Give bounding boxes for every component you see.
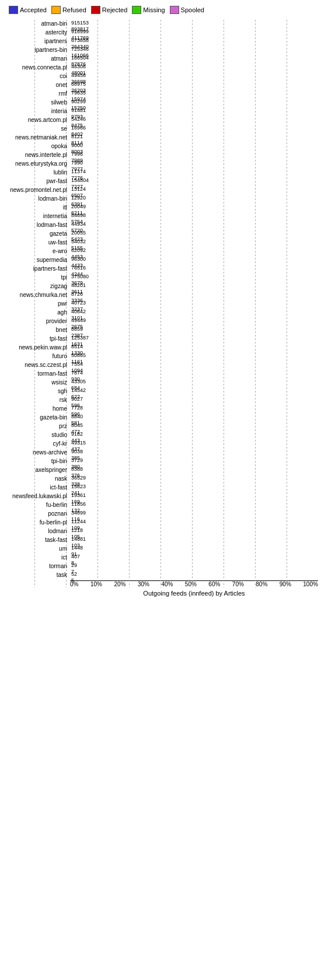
table-row: prz8045472 (70, 422, 318, 430)
legend-label: Refused (62, 6, 86, 13)
legend-label: Accepted (20, 6, 47, 13)
row-label: fu-berlin (3, 502, 67, 508)
legend-label: Spooled (181, 6, 204, 13)
row-label: atman-bin (3, 20, 67, 27)
row-label: provider (3, 318, 67, 324)
table-row: wsisiz43305684 (70, 379, 318, 386)
row-label: ipartners (3, 38, 67, 44)
legend-item: Rejected (91, 6, 127, 14)
legend-label: Rejected (102, 6, 127, 13)
table-row: silweb9029915250 (70, 99, 318, 106)
row-label: news.artcom.pl (3, 117, 67, 123)
legend-item: Spooled (170, 6, 204, 14)
table-row: fu-berlin11856132 (70, 501, 318, 509)
row-label: task-fast (3, 537, 67, 543)
row-label: fu-berlin-pl (3, 519, 67, 526)
table-row: nask36529338 (70, 475, 318, 482)
x-tick: 30% (138, 581, 149, 587)
row-label: itl (3, 204, 67, 211)
row-label: e-wro (3, 248, 67, 254)
x-tick: 80% (256, 581, 267, 587)
row-label: news.connecta.pl (3, 64, 67, 71)
row-label: nask (3, 475, 67, 482)
row-label: opoka (3, 143, 67, 149)
table-row: rmf7963515974 (70, 90, 318, 97)
x-tick: 60% (208, 581, 220, 587)
table-row: torman297 (70, 562, 318, 570)
table-row: itl200496211 (70, 204, 318, 211)
row-label: supermedia (3, 257, 67, 263)
row-label: um (3, 545, 67, 552)
row-label: internetia (3, 213, 67, 219)
row-label: news.intertele.pl (3, 152, 67, 158)
x-tick: 100% (303, 581, 318, 587)
table-row: opoka90008003 (70, 142, 318, 150)
row-label: lublin (3, 169, 67, 176)
row-label: pwr-fast (3, 178, 67, 184)
table-row: task-fast14881103 (70, 536, 318, 544)
row-label: news.eturystyka.org (3, 160, 67, 167)
table-row: news.chmurka.net87263336 (70, 291, 318, 299)
table-row: poznan34699116 (70, 510, 318, 517)
x-tick: 10% (90, 581, 102, 587)
table-row: futuro508651161 (70, 352, 318, 360)
legend-color (91, 6, 100, 14)
table-row: provider494492675 (70, 317, 318, 325)
table-row: atman16650487876 (70, 55, 318, 62)
table-row: tpi-fast1253871631 (70, 335, 318, 342)
row-label: atman (3, 55, 67, 62)
table-row: gazeta200555423 (70, 230, 318, 237)
legend-item: Accepted (9, 6, 47, 14)
row-label: sgh (3, 388, 67, 394)
table-row: uw-fast540325155 (70, 239, 318, 246)
row-label: newsfeed.lukawski.pl (3, 493, 67, 499)
row-label: torman-fast (3, 370, 67, 377)
row-label: onet (3, 82, 67, 88)
x-tick: 20% (114, 581, 125, 587)
row-label: news.pekin.waw.pl (3, 344, 67, 351)
table-row: e-wro620924453 (70, 247, 318, 255)
row-label: wsisiz (3, 379, 67, 386)
row-label: news.promontel.net.pl (3, 187, 67, 193)
legend-item: Refused (51, 6, 86, 14)
table-row: axelspringer8388376 (70, 466, 318, 474)
table-row: news.eturystyka.org79907977 (70, 160, 318, 167)
row-label: news.sc.czest.pl (3, 362, 67, 368)
row-label: axelspringer (3, 467, 67, 473)
row-label: lodman-fast (3, 222, 67, 228)
row-label: bnet (3, 327, 67, 333)
row-label: ipartners-fast (3, 265, 67, 272)
table-row: astercity916999411769 (70, 29, 318, 36)
chart-body: atman-bin915153893817astercity9169994117… (3, 20, 318, 587)
row-label: gazeta (3, 230, 67, 237)
table-row: gazeta-bin8840581 (70, 414, 318, 421)
table-row: cyf-kr49315437 (70, 440, 318, 447)
table-row: home7728596 (70, 405, 318, 412)
table-row: coi4945636698 (70, 72, 318, 80)
table-row: task525 (70, 571, 318, 579)
legend-color (9, 6, 18, 14)
row-label: rmf (3, 90, 67, 97)
x-tick: 50% (185, 581, 197, 587)
row-label: zigzag (3, 283, 67, 289)
row-label: interia (3, 108, 67, 114)
table-row: interia914819793 (70, 107, 318, 115)
row-label: gazeta-bin (3, 414, 67, 421)
table-row: sgh14542622 (70, 387, 318, 395)
table-row: newsfeed.lukawski.pl19361169 (70, 492, 318, 500)
table-row: ipartners-bin725346161066 (70, 46, 318, 54)
row-label: torman (3, 563, 67, 569)
row-label: coi (3, 73, 67, 79)
table-row: fu-berlin-pl11244109 (70, 519, 318, 526)
row-label: futuro (3, 353, 67, 359)
table-row: supermedia963004433 (70, 256, 318, 264)
row-label: rsk (3, 397, 67, 403)
table-row: ict-fast15623241 (70, 484, 318, 491)
table-row: tpi-bin3729380 (70, 457, 318, 465)
x-tick: 70% (232, 581, 244, 587)
table-row: ict4078 (70, 554, 318, 561)
table-row: rsk9027596 (70, 396, 318, 404)
table-row: news.artcom.pl542468475 (70, 116, 318, 124)
row-label: lodman (3, 528, 67, 534)
row-label: silweb (3, 99, 67, 106)
